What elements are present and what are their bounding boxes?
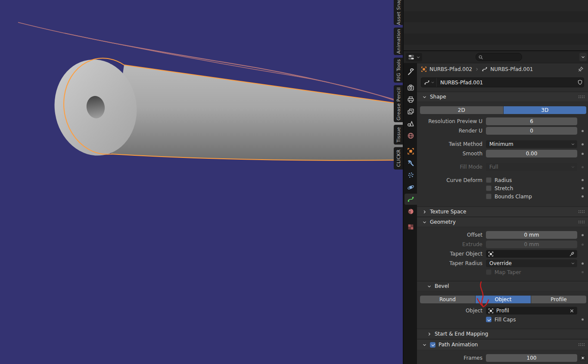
sidebar-tab-grease-pencil[interactable]: Grease Pencil xyxy=(394,85,403,122)
output-icon xyxy=(407,96,414,103)
breadcrumb-object[interactable]: NURBS-Pfad.002 xyxy=(429,66,472,72)
bounds-clamp-checkbox[interactable] xyxy=(486,194,492,199)
row-curve-deform-radius: Curve Deform Radius xyxy=(417,177,588,183)
search-icon xyxy=(478,55,483,60)
taper-object-field[interactable] xyxy=(486,250,577,258)
row-twist-method: Twist Method Minimum xyxy=(417,140,588,148)
render-u-slider[interactable]: 0 xyxy=(486,127,577,135)
button-2d[interactable]: 2D xyxy=(420,106,503,114)
world-icon xyxy=(407,132,414,139)
panel-geometry-header[interactable]: Geometry xyxy=(417,217,588,227)
decorator-dot[interactable] xyxy=(582,179,584,181)
smooth-slider[interactable]: 0.00 xyxy=(486,150,577,157)
panel-drag-grip[interactable] xyxy=(578,343,585,347)
id-name-field[interactable]: NURBS-Pfad.001 xyxy=(437,80,576,86)
bevel-tab-profile[interactable]: Profile xyxy=(531,296,586,303)
properties-tab-output[interactable] xyxy=(404,94,417,105)
panel-bevel-header[interactable]: Bevel xyxy=(417,281,588,291)
panel-title: Bevel xyxy=(435,283,449,289)
editor-type-button[interactable] xyxy=(406,53,422,62)
panel-geometry-body: Offset 0 mm Extrude 0 mm Taper Object xyxy=(417,227,588,281)
chevron-down-icon xyxy=(431,80,435,84)
properties-tab-scene[interactable] xyxy=(404,118,417,129)
breadcrumb-data[interactable]: NURBS-Pfad.001 xyxy=(490,66,533,72)
properties-tab-tool[interactable] xyxy=(404,66,417,77)
twist-method-dropdown[interactable]: Minimum xyxy=(486,140,577,148)
row-fill-mode: Fill Mode Full xyxy=(417,163,588,171)
frames-slider[interactable]: 100 xyxy=(486,354,577,362)
clear-x-icon[interactable] xyxy=(569,308,575,314)
properties-tab-view-layer[interactable] xyxy=(404,106,417,117)
panel-title: Shape xyxy=(430,94,446,100)
sidebar-tab-tissue[interactable]: Tissue xyxy=(394,125,403,145)
panel-drag-grip[interactable] xyxy=(578,210,585,214)
chevron-right-icon xyxy=(427,332,432,336)
properties-tab-texture[interactable] xyxy=(404,221,417,232)
properties-tab-object-data[interactable] xyxy=(404,194,417,205)
properties-tab-column xyxy=(404,63,417,364)
bevel-object-field[interactable]: Profil xyxy=(486,307,577,315)
decorator-dot[interactable] xyxy=(582,143,584,145)
sidebar-tab-clickr[interactable]: CLICKR xyxy=(394,147,403,170)
breadcrumb: NURBS-Pfad.002 NURBS-Pfad.001 xyxy=(417,63,588,74)
chevron-down-icon xyxy=(571,142,575,146)
radius-checkbox[interactable] xyxy=(486,177,492,183)
panel-start-end-mapping-header[interactable]: Start & End Mapping xyxy=(417,329,588,339)
decorator-keyframe[interactable] xyxy=(580,355,585,361)
decorator-dot[interactable] xyxy=(582,187,584,189)
id-type-combo[interactable] xyxy=(421,78,437,87)
decorator-dot xyxy=(582,166,584,168)
path-animation-checkbox[interactable] xyxy=(430,342,436,348)
eyedropper-icon[interactable] xyxy=(569,251,575,257)
panel-path-animation-header[interactable]: Path Animation xyxy=(417,339,588,350)
fill-caps-checkbox[interactable] xyxy=(486,317,492,322)
chevron-down-icon xyxy=(581,55,585,59)
tool-icon xyxy=(407,68,414,76)
row-resolution-preview-u: Resolution Preview U 6 xyxy=(417,117,588,125)
properties-tab-physics[interactable] xyxy=(404,182,417,193)
panel-shape-header[interactable]: Shape xyxy=(417,92,588,102)
panel-texture-space-header[interactable]: Texture Space xyxy=(417,207,588,217)
bevel-tab-object[interactable]: Object xyxy=(476,296,531,303)
object-icon xyxy=(407,148,414,155)
properties-tab-material[interactable] xyxy=(404,206,417,217)
fake-user-button[interactable] xyxy=(576,78,584,87)
object-icon xyxy=(488,251,494,257)
chevron-down-icon xyxy=(427,284,432,289)
decorator-dot[interactable] xyxy=(582,234,584,236)
properties-tab-modifiers[interactable] xyxy=(404,157,417,169)
panel-drag-grip[interactable] xyxy=(578,220,585,224)
material-icon xyxy=(407,208,414,215)
pin-icon[interactable] xyxy=(578,66,584,72)
chevron-down-icon xyxy=(571,165,575,169)
panel-drag-grip[interactable] xyxy=(578,95,585,99)
properties-tab-object[interactable] xyxy=(404,145,417,157)
properties-header xyxy=(404,51,588,63)
taper-radius-dropdown[interactable]: Override xyxy=(486,259,577,267)
sidebar-tab-rig-tools[interactable]: RIG Tools xyxy=(394,58,403,83)
sidebar-tab-asset-snap[interactable]: Asset Snap xyxy=(394,0,403,25)
properties-tab-render[interactable] xyxy=(404,82,417,93)
offset-slider[interactable]: 0 mm xyxy=(486,231,577,239)
properties-tab-particles[interactable] xyxy=(404,170,417,181)
panel-title: Path Animation xyxy=(439,342,478,348)
resolution-preview-u-slider[interactable]: 6 xyxy=(486,117,577,125)
decorator-dot[interactable] xyxy=(582,130,584,132)
decorator-dot[interactable] xyxy=(582,318,584,321)
outliner-empty[interactable] xyxy=(404,0,588,51)
button-3d[interactable]: 3D xyxy=(504,106,587,114)
viewport-3d[interactable]: Asset Snap Animation RIG Tools Grease Pe… xyxy=(0,0,403,364)
properties-tab-world[interactable] xyxy=(404,130,417,141)
decorator-dot[interactable] xyxy=(582,262,584,265)
panel-bevel-body: Round Object Profile Object Profil xyxy=(417,291,588,329)
bevel-tab-round[interactable]: Round xyxy=(420,296,475,303)
stretch-checkbox[interactable] xyxy=(486,185,492,191)
decorator-dot[interactable] xyxy=(582,153,584,155)
sidebar-tab-animation[interactable]: Animation xyxy=(394,28,403,55)
header-options-button[interactable] xyxy=(579,53,587,61)
decorator-dot[interactable] xyxy=(582,195,584,197)
bevel-type-tabs: Round Object Profile xyxy=(420,296,586,303)
row-curve-deform-bounds-clamp: Bounds Clamp xyxy=(417,193,588,200)
curve-data-icon xyxy=(424,80,430,86)
row-frames: Frames 100 xyxy=(417,354,588,362)
